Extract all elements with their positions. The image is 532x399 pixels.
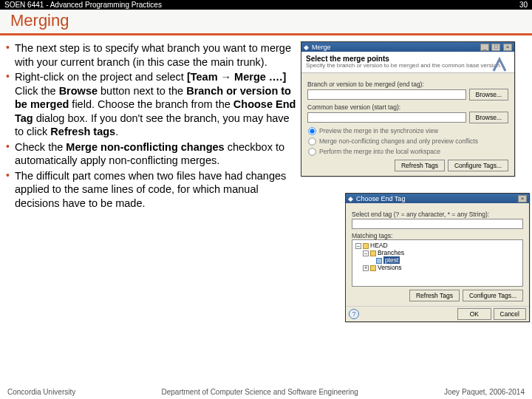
merge-dialog-titlebar[interactable]: ◆ Merge _ □ × (301, 42, 514, 52)
end-tag-dialog-titlebar[interactable]: ◆ Choose End Tag × (346, 194, 529, 203)
select-end-tag-label: Select end tag (? = any character, * = a… (352, 211, 523, 218)
merge-icon: ◆ (304, 44, 309, 51)
configure-tags-button[interactable]: Configure Tags... (448, 160, 508, 171)
close-icon[interactable]: × (503, 44, 512, 51)
minimize-icon[interactable]: _ (480, 44, 489, 51)
opt-merge-nonconflict[interactable]: Merge non-conflicting changes and only p… (307, 137, 508, 146)
tree-branches[interactable]: Branches (378, 249, 404, 256)
tags-tree[interactable]: –HEAD –Branches ptest +Versions (352, 239, 523, 287)
bullet-list: The next step is to specify what branch … (4, 41, 296, 212)
tag-filter-input[interactable] (352, 219, 523, 229)
bullet-3: Check the Merge non-conflicting changes … (4, 140, 296, 168)
tree-versions[interactable]: Versions (378, 264, 402, 271)
end-tag-label: Branch or version to be merged (end tag)… (307, 81, 508, 88)
bullet-2: Right-click on the project and select [T… (4, 70, 296, 139)
slide-title: Merging (10, 11, 532, 30)
matching-tags-label: Matching tags: (352, 232, 523, 239)
header-bar: SOEN 6441 - Advanced Programming Practic… (0, 0, 532, 10)
tree-head[interactable]: HEAD (370, 242, 388, 249)
footer-right: Joey Paquet, 2006-2014 (444, 388, 525, 396)
bullet-1: The next step is to specify what branch … (4, 41, 296, 69)
merge-arrows-icon (489, 55, 510, 75)
merge-dialog: ◆ Merge _ □ × Select the merge points Sp… (301, 41, 515, 177)
close-icon[interactable]: × (518, 195, 527, 202)
info-icon[interactable]: ? (349, 309, 359, 319)
slide-footer: Concordia University Department of Compu… (0, 388, 532, 396)
merge-banner-desc: Specify the branch or version to be merg… (306, 63, 510, 69)
start-tag-label: Common base version (start tag): (307, 103, 508, 111)
course-code: SOEN 6441 - Advanced Programming Practic… (4, 1, 162, 9)
end-tag-dialog-title: Choose End Tag (356, 195, 405, 202)
opt-preview[interactable]: Preview the merge in the synchronize vie… (307, 126, 508, 136)
maximize-icon[interactable]: □ (491, 44, 500, 51)
end-tag-input[interactable] (307, 89, 466, 100)
refresh-tags-button[interactable]: Refresh Tags (395, 160, 445, 171)
tag-icon: ◆ (348, 195, 353, 202)
footer-left: Concordia University (7, 388, 75, 396)
slide-number: 30 (519, 1, 528, 9)
browse-end-tag-button[interactable]: Browse... (469, 89, 508, 100)
tree-selected-branch[interactable]: ptest (383, 256, 400, 264)
refresh-tags-button-2[interactable]: Refresh Tags (409, 290, 460, 301)
browse-start-tag-button[interactable]: Browse... (469, 112, 508, 123)
bullet-4: The difficult part comes when two files … (4, 169, 296, 211)
slide-title-section: Merging (0, 10, 532, 35)
configure-tags-button-2[interactable]: Configure Tags... (463, 290, 523, 301)
start-tag-input[interactable] (307, 112, 466, 123)
merge-dialog-title: Merge (312, 44, 331, 51)
choose-end-tag-dialog: ◆ Choose End Tag × Select end tag (? = a… (345, 193, 530, 322)
footer-center: Department of Computer Science and Softw… (162, 388, 358, 396)
cancel-button[interactable]: Cancel (494, 308, 526, 320)
ok-button[interactable]: OK (457, 308, 491, 320)
opt-local-workspace[interactable]: Perform the merge into the local workspa… (307, 147, 508, 157)
